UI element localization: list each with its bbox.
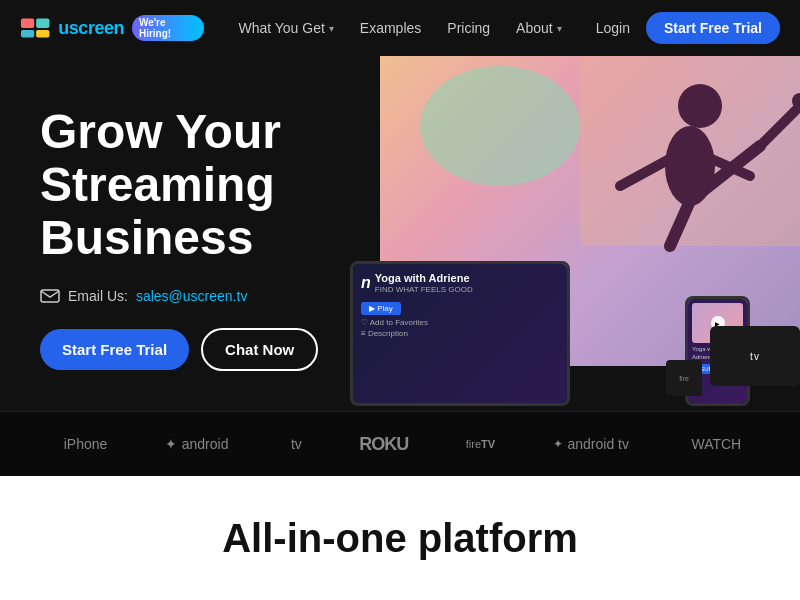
platform-firetv: fireTV	[466, 438, 495, 450]
platforms-bar: iPhone ✦ android tv Roku fireTV ✦ androi…	[0, 411, 800, 476]
platform-roku: Roku	[359, 434, 408, 455]
laptop-mockup: n Yoga with Adriene FIND WHAT FEELS GOOD…	[350, 261, 570, 406]
tv-label: tv	[750, 351, 760, 362]
platform-appletv-label: tv	[291, 436, 302, 452]
svg-rect-1	[36, 19, 49, 28]
nav-item-pricing[interactable]: Pricing	[437, 12, 500, 44]
laptop-play-button[interactable]: ▶ Play	[361, 302, 401, 315]
svg-rect-4	[41, 290, 59, 302]
svg-rect-0	[21, 19, 34, 28]
app-header: n Yoga with Adriene FIND WHAT FEELS GOOD	[361, 272, 559, 294]
chat-now-button[interactable]: Chat Now	[201, 328, 318, 371]
platform-iphone: iPhone	[59, 436, 108, 452]
nav-item-examples[interactable]: Examples	[350, 12, 431, 44]
navbar: uscreen We're Hiring! What You Get ▾ Exa…	[0, 0, 800, 56]
login-button[interactable]: Login	[596, 20, 630, 36]
platform-iphone-label: iPhone	[64, 436, 108, 452]
platform-android-label: android	[182, 436, 229, 452]
apple-tv-device: tv	[710, 326, 800, 386]
app-title: Yoga with Adriene	[375, 272, 473, 285]
svg-rect-2	[21, 30, 34, 38]
roku-label: Roku	[359, 434, 408, 455]
firetv-label: fireTV	[466, 438, 495, 450]
logo[interactable]: uscreen We're Hiring!	[20, 15, 204, 41]
laptop-buttons: ▶ Play	[361, 302, 559, 315]
logo-text: uscreen	[58, 18, 124, 39]
svg-point-5	[420, 66, 580, 186]
android-icon: ✦	[165, 436, 177, 452]
chevron-down-icon-about: ▾	[557, 23, 562, 34]
chevron-down-icon: ▾	[329, 23, 334, 34]
hero-section: Grow Your Streaming Business Email Us: s…	[0, 56, 800, 411]
hero-title: Grow Your Streaming Business	[40, 106, 380, 264]
platform-androidtv-label: android tv	[568, 436, 629, 452]
hero-cta: Start Free Trial Chat Now	[40, 328, 380, 371]
nav-item-about[interactable]: About ▾	[506, 12, 572, 44]
section-title: All-in-one platform	[222, 516, 578, 561]
email-address: sales@uscreen.tv	[136, 288, 247, 304]
androidtv-icon: ✦	[553, 437, 563, 451]
platform-appletv: tv	[286, 436, 302, 452]
hero-right: n Yoga with Adriene FIND WHAT FEELS GOOD…	[380, 56, 800, 411]
hero-left: Grow Your Streaming Business Email Us: s…	[40, 96, 380, 371]
app-logo: n	[361, 274, 371, 292]
nav-start-trial-button[interactable]: Start Free Trial	[646, 12, 780, 44]
email-label: Email Us:	[68, 288, 128, 304]
email-icon	[40, 289, 60, 303]
laptop-description[interactable]: ≡ Description	[361, 329, 559, 338]
hiring-badge: We're Hiring!	[132, 15, 205, 41]
fire-stick-label: fire	[679, 375, 689, 382]
nav-right: Login Start Free Trial	[596, 12, 780, 44]
laptop-add-favorites[interactable]: ♡ Add to Favorites	[361, 318, 559, 327]
platform-android: ✦ android	[165, 436, 229, 452]
bottom-section: All-in-one platform	[0, 476, 800, 600]
laptop-screen: n Yoga with Adriene FIND WHAT FEELS GOOD…	[353, 264, 567, 403]
hero-email: Email Us: sales@uscreen.tv	[40, 288, 380, 304]
app-subtitle: FIND WHAT FEELS GOOD	[375, 285, 473, 294]
start-trial-button[interactable]: Start Free Trial	[40, 329, 189, 370]
platform-watch-label: WATCH	[691, 436, 741, 452]
platform-watch: WATCH	[686, 436, 741, 452]
svg-rect-3	[36, 30, 49, 38]
svg-point-7	[678, 84, 722, 128]
platform-androidtv: ✦ android tv	[553, 436, 629, 452]
nav-links: What You Get ▾ Examples Pricing About ▾	[228, 12, 571, 44]
nav-item-what-you-get[interactable]: What You Get ▾	[228, 12, 343, 44]
fire-stick-device: fire	[666, 360, 702, 396]
